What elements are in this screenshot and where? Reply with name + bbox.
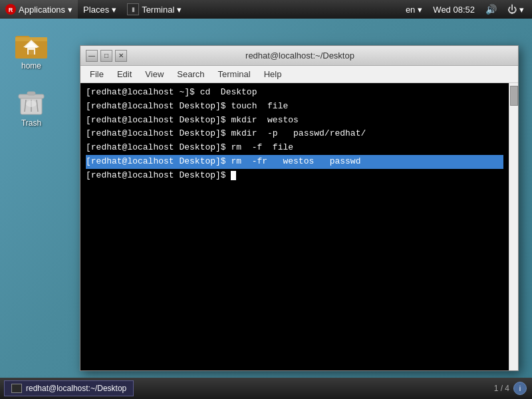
bottom-task-terminal[interactable]: redhat@localhost:~/Desktop: [4, 380, 134, 396]
power-chevron: ▾: [519, 5, 524, 15]
applications-label: Applications: [19, 5, 65, 15]
menu-file[interactable]: File: [83, 66, 110, 82]
term-line-6: [redhat@localhost Desktop]$ rm -fr westo…: [86, 155, 503, 169]
menu-edit[interactable]: Edit: [110, 66, 138, 82]
svg-text:R: R: [9, 7, 13, 13]
top-taskbar: R Applications ▾ Places ▾ ▮ Terminal ▾ e…: [0, 0, 532, 19]
desktop: R Applications ▾ Places ▾ ▮ Terminal ▾ e…: [0, 0, 532, 399]
term-line-1: [redhat@localhost ~]$ cd Desktop: [86, 86, 503, 100]
maximize-button[interactable]: □: [100, 50, 112, 62]
power-control[interactable]: ⏻ ▾: [505, 4, 527, 15]
minimize-button[interactable]: —: [86, 50, 98, 62]
svg-point-14: [26, 100, 37, 107]
terminal-chevron: ▾: [177, 5, 182, 15]
terminal-cursor: [231, 171, 236, 180]
menu-help[interactable]: Help: [257, 66, 289, 82]
terminal-content-area: [redhat@localhost ~]$ cd Desktop [redhat…: [80, 83, 518, 370]
applications-chevron: ▾: [68, 5, 72, 15]
bottom-right: 1 / 4 i: [494, 382, 532, 395]
info-button[interactable]: i: [513, 382, 527, 395]
window-controls: — □ ✕: [86, 50, 127, 62]
page-numbers: 1 / 4: [494, 384, 509, 393]
taskbar-terminal-menu[interactable]: ▮ Terminal ▾: [122, 0, 187, 19]
taskbar-applications[interactable]: R Applications ▾: [0, 0, 78, 19]
terminal-menubar: File Edit View Search Terminal Help: [80, 66, 518, 83]
terminal-title: redhat@localhost:~/Desktop: [127, 51, 473, 61]
lang-chevron: ▾: [418, 5, 422, 15]
trash-label: Trash: [21, 118, 41, 128]
places-label: Places: [83, 5, 109, 15]
term-line-7: [redhat@localhost Desktop]$: [86, 169, 503, 183]
clock: Wed 08:52: [430, 5, 477, 15]
speaker-icon: 🔊: [485, 4, 497, 15]
scrollbar-thumb[interactable]: [510, 86, 518, 106]
taskbar-right: en ▾ Wed 08:52 🔊 ⏻ ▾: [403, 4, 532, 15]
home-label: home: [21, 61, 41, 70]
menu-search[interactable]: Search: [170, 66, 211, 82]
speaker-control[interactable]: 🔊: [483, 4, 499, 15]
menu-view[interactable]: View: [138, 66, 170, 82]
terminal-titlebar: — □ ✕ redhat@localhost:~/Desktop: [80, 46, 518, 66]
desktop-icons: home Trash: [8, 27, 55, 128]
page-indicator: 1 / 4 i: [494, 382, 527, 395]
language-indicator[interactable]: en ▾: [403, 5, 425, 15]
close-button[interactable]: ✕: [115, 50, 127, 62]
power-icon: ⏻: [507, 4, 517, 15]
terminal-icon: ▮: [127, 3, 139, 15]
taskbar-places[interactable]: Places ▾: [78, 0, 122, 19]
terminal-body[interactable]: [redhat@localhost ~]$ cd Desktop [redhat…: [80, 83, 509, 370]
svg-rect-7: [29, 50, 34, 55]
taskbar-left: R Applications ▾ Places ▾ ▮ Terminal ▾: [0, 0, 403, 19]
term-line-5: [redhat@localhost Desktop]$ rm -f file: [86, 141, 503, 155]
terminal-scrollbar[interactable]: [509, 83, 518, 370]
bottom-taskbar: redhat@localhost:~/Desktop 1 / 4 i: [0, 378, 532, 399]
places-chevron: ▾: [112, 5, 116, 15]
terminal-label: Terminal: [142, 5, 174, 15]
lang-label: en: [406, 5, 415, 15]
term-line-4: [redhat@localhost Desktop]$ mkdir -p pas…: [86, 127, 503, 141]
menu-terminal[interactable]: Terminal: [211, 66, 257, 82]
home-icon[interactable]: home: [8, 27, 55, 70]
redhat-icon: R: [5, 4, 16, 15]
trash-icon[interactable]: Trash: [8, 84, 55, 128]
term-line-3: [redhat@localhost Desktop]$ mkdir westos: [86, 114, 503, 128]
terminal-window: — □ ✕ redhat@localhost:~/Desktop File Ed…: [80, 45, 519, 371]
svg-rect-10: [27, 92, 35, 95]
time-display: Wed 08:52: [433, 5, 475, 15]
term-line-2: [redhat@localhost Desktop]$ touch file: [86, 100, 503, 114]
bottom-task-label: redhat@localhost:~/Desktop: [26, 384, 126, 393]
bottom-terminal-icon: [11, 384, 22, 393]
home-folder-icon: [14, 27, 49, 61]
trash-bin-icon: [14, 84, 49, 118]
